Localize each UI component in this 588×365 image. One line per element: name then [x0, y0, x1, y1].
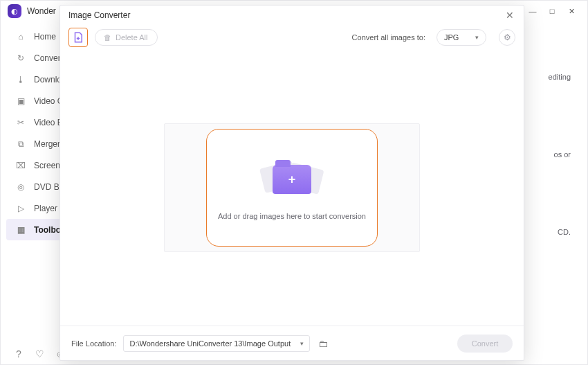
folder-icon: 🗀: [318, 338, 328, 349]
file-location-select[interactable]: D:\Wondershare UniConverter 13\Image Out…: [123, 335, 310, 352]
folder-plus-icon: +: [273, 165, 311, 194]
dvd-burner-icon: ◎: [15, 181, 27, 193]
background-text-snip: CD.: [558, 228, 571, 236]
window-controls: [528, 6, 576, 16]
chevron-down-icon: ▾: [475, 34, 479, 41]
screen-recorder-icon: ⌧: [15, 159, 27, 172]
delete-all-label: Delete All: [116, 33, 147, 42]
modal-footer: File Location: D:\Wondershare UniConvert…: [60, 326, 524, 360]
image-converter-modal: Image Converter ✕ 🗑 Delete All Convert a…: [59, 5, 524, 361]
chevron-down-icon: ▾: [300, 340, 304, 347]
app-window: Wonder ⌂Home ↻Convert ⭳Downlo ▣Video C ✂…: [0, 0, 588, 365]
download-icon: ⭳: [15, 73, 27, 86]
file-location-label: File Location:: [71, 339, 116, 348]
minimize-button[interactable]: [528, 6, 538, 16]
format-value: JPG: [444, 33, 459, 42]
output-format-select[interactable]: JPG ▾: [437, 29, 486, 46]
background-text-snip: editing: [549, 73, 571, 81]
sidebar-item-label: Video E: [34, 118, 63, 127]
maximize-button[interactable]: [547, 6, 557, 16]
add-file-icon: [72, 31, 84, 44]
open-folder-button[interactable]: 🗀: [317, 337, 329, 350]
close-icon[interactable]: ✕: [504, 10, 515, 21]
merger-icon: ⧉: [15, 138, 27, 150]
dropzone-text: Add or drag images here to start convers…: [218, 212, 366, 220]
sidebar-item-label: Merger: [34, 139, 60, 149]
video-edit-icon: ✂: [15, 116, 27, 129]
modal-body: + Add or drag images here to start conve…: [60, 50, 524, 326]
app-logo: [8, 4, 21, 18]
delete-all-button[interactable]: 🗑 Delete All: [95, 29, 158, 46]
sidebar-item-label: Home: [34, 32, 56, 42]
player-icon: ▷: [15, 202, 27, 215]
toolbox-icon: ▦: [15, 224, 27, 236]
converter-icon: ↻: [15, 52, 27, 64]
app-name: Wonder: [27, 6, 56, 16]
video-compress-icon: ▣: [15, 95, 27, 107]
dropzone-illustration: +: [261, 155, 323, 204]
close-window-button[interactable]: [567, 6, 576, 16]
notification-icon[interactable]: ♡: [34, 348, 45, 359]
add-image-button[interactable]: [68, 28, 88, 47]
modal-title: Image Converter: [68, 10, 130, 20]
gear-icon: ⚙: [504, 33, 511, 42]
trash-icon: 🗑: [104, 33, 111, 42]
home-icon: ⌂: [15, 30, 27, 43]
modal-header: Image Converter ✕: [60, 6, 524, 25]
dropzone-outer: + Add or drag images here to start conve…: [164, 123, 420, 252]
output-settings-button[interactable]: ⚙: [499, 29, 515, 46]
convert-button-label: Convert: [472, 339, 499, 348]
sidebar-item-label: Convert: [34, 53, 63, 63]
sidebar-item-label: Downlo: [34, 75, 62, 84]
convert-button[interactable]: Convert: [457, 335, 513, 353]
dropzone[interactable]: + Add or drag images here to start conve…: [206, 129, 378, 247]
file-location-path: D:\Wondershare UniConverter 13\Image Out…: [129, 339, 291, 348]
sidebar-item-label: Player: [34, 204, 57, 213]
modal-toolbar: 🗑 Delete All Convert all images to: JPG …: [60, 25, 524, 50]
convert-all-label: Convert all images to:: [352, 33, 425, 42]
help-icon[interactable]: ?: [13, 348, 24, 359]
background-text-snip: os or: [554, 150, 571, 159]
